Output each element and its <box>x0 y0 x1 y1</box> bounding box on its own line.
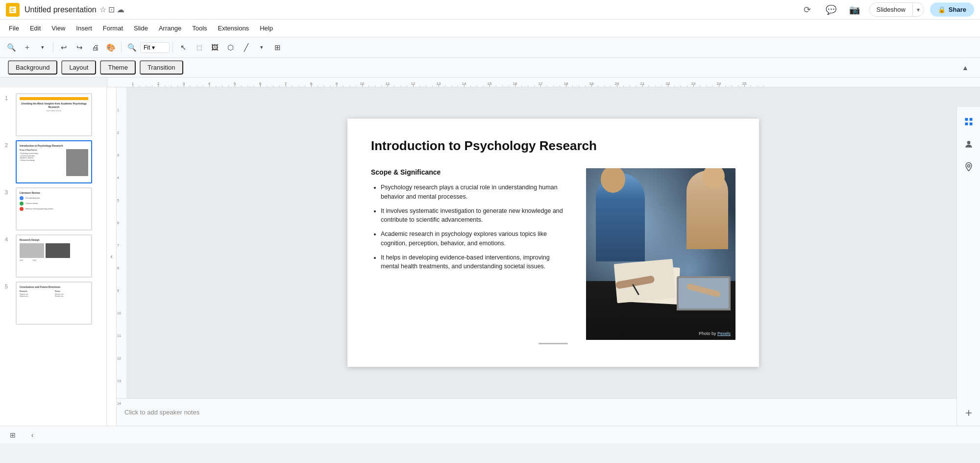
horizontal-ruler: // Will be rendered by ticks below 12345… <box>107 77 980 87</box>
slide-progress <box>371 340 735 347</box>
slide-item-1[interactable]: 1 Unveiling the Mind: Insights from Acad… <box>0 91 106 138</box>
slide-text-column: Scope & Significance Psychology research… <box>371 168 566 276</box>
zoom-select[interactable]: Fit ▾ <box>140 42 170 53</box>
select-frame-button[interactable]: ⬚ <box>192 40 206 55</box>
progress-indicator <box>539 343 568 344</box>
slide-thumb-2[interactable]: Introduction to Psychology Research Scop… <box>16 140 92 183</box>
star-icon[interactable]: ☆ <box>99 5 106 14</box>
slide-main-content[interactable]: Introduction to Psychology Research Scop… <box>347 119 759 367</box>
slide-heading: Introduction to Psychology Research <box>371 138 735 154</box>
undo-button[interactable]: ↩ <box>56 40 71 55</box>
menu-arrange[interactable]: Arrange <box>154 23 186 34</box>
slide-num-3: 3 <box>5 187 12 195</box>
background-button[interactable]: Background <box>8 60 57 75</box>
slide-num-5: 5 <box>5 282 12 289</box>
slideshow-label[interactable]: Slideshow <box>870 3 913 16</box>
layout-button[interactable]: Layout <box>61 60 96 75</box>
search-button[interactable]: 🔍 <box>4 40 19 55</box>
doc-title[interactable]: Untitled presentation <box>24 5 97 14</box>
slide-item-4[interactable]: 4 Research Design Col 1 Col 2 <box>0 232 106 280</box>
bullet-list: Psychology research plays a crucial role… <box>371 183 566 271</box>
svg-rect-6 <box>969 118 972 121</box>
app-icon <box>6 3 20 17</box>
slide-thumb-5[interactable]: Conclusions and Future Directions Resear… <box>16 282 92 325</box>
slide-thumb-1[interactable]: Unveiling the Mind: Insights from Academ… <box>16 93 92 136</box>
theme-button[interactable]: Theme <box>100 60 135 75</box>
print-button[interactable]: 🖨 <box>88 40 102 55</box>
menu-file[interactable]: File <box>4 23 24 34</box>
tasks-sidebar-icon[interactable] <box>960 113 978 130</box>
video-icon[interactable]: 📷 <box>846 1 863 19</box>
slide-item-3[interactable]: 3 Literature Review First subheading top… <box>0 185 106 232</box>
menu-edit[interactable]: Edit <box>25 23 46 34</box>
select-tool[interactable]: ↖ <box>176 40 191 55</box>
collapse-panel-button[interactable]: ‹ <box>25 428 39 442</box>
speaker-notes-placeholder[interactable]: Click to add speaker notes <box>124 409 199 416</box>
header-right: ⟳ 💬 📷 Slideshow ▾ 🔒 Share <box>799 1 974 19</box>
menu-tools[interactable]: Tools <box>187 23 212 34</box>
zoom-icon[interactable]: 🔍 <box>124 40 139 55</box>
slide-image-column: Photo by Pexels <box>586 168 735 340</box>
slide-num-1: 1 <box>5 93 12 101</box>
canvas-area: 1234567891011121314 Introduction to Psyc… <box>117 87 980 426</box>
line-button[interactable]: ╱ <box>239 40 253 55</box>
menu-slide[interactable]: Slide <box>129 23 153 34</box>
divider1 <box>53 43 53 52</box>
photo-source-link[interactable]: Pexels <box>717 331 731 336</box>
contacts-sidebar-icon[interactable] <box>960 135 978 153</box>
speaker-notes[interactable]: Click to add speaker notes ⤢ <box>117 398 980 426</box>
redo-button[interactable]: ↪ <box>72 40 87 55</box>
share-button[interactable]: 🔒 Share <box>930 2 974 17</box>
photo-by-text: Photo by <box>699 331 717 336</box>
menu-format[interactable]: Format <box>98 23 128 34</box>
vertical-ruler: 1234567891011121314 <box>117 87 126 398</box>
folder-icon[interactable]: ⊡ <box>108 5 115 14</box>
zoom-select-arrow: ▾ <box>152 44 155 51</box>
bullet-4: It helps in developing evidence-based in… <box>381 253 566 272</box>
slide-thumb-3[interactable]: Literature Review First subheading topic… <box>16 187 92 231</box>
lock-icon: 🔒 <box>938 6 946 13</box>
image-button[interactable]: 🖼 <box>207 40 222 55</box>
bullet-3: Academic research in psychology explores… <box>381 230 566 248</box>
slide-panel: 1 Unveiling the Mind: Insights from Acad… <box>0 87 107 426</box>
slide-body: Scope & Significance Psychology research… <box>371 168 735 340</box>
cloud-icon[interactable]: ☁ <box>117 5 124 14</box>
slide-thumb-4[interactable]: Research Design Col 1 Col 2 <box>16 234 92 278</box>
collapse-toolbar-button[interactable]: ▲ <box>958 61 972 75</box>
maps-sidebar-icon[interactable] <box>960 158 978 176</box>
paint-format-button[interactable]: 🎨 <box>103 40 118 55</box>
grid-view-button[interactable]: ⊞ <box>6 428 20 442</box>
menu-insert[interactable]: Insert <box>71 23 97 34</box>
menu-extensions[interactable]: Extensions <box>213 23 254 34</box>
slide-item-2[interactable]: 2 Introduction to Psychology Research Sc… <box>0 138 106 185</box>
svg-point-10 <box>967 165 970 167</box>
zoom-dropdown-button[interactable]: ▾ <box>35 40 50 55</box>
slide-item-5[interactable]: 5 Conclusions and Future Directions Rese… <box>0 280 106 327</box>
slideshow-dropdown-icon[interactable]: ▾ <box>913 3 924 16</box>
slide-photo[interactable]: Photo by Pexels <box>586 168 735 340</box>
history-icon[interactable]: ⟳ <box>799 1 816 19</box>
add-sidebar-icon[interactable] <box>960 404 978 422</box>
canvas-inner: 1234567891011121314 Introduction to Psyc… <box>117 87 980 398</box>
text-button[interactable]: ⊞ <box>270 40 285 55</box>
main-area: 1 Unveiling the Mind: Insights from Acad… <box>0 87 980 426</box>
slide-num-4: 4 <box>5 234 12 242</box>
photo-background <box>586 168 735 340</box>
menu-help[interactable]: Help <box>255 23 278 34</box>
bullet-1: Psychology research plays a crucial role… <box>381 183 566 202</box>
slideshow-button[interactable]: Slideshow ▾ <box>869 2 924 17</box>
line-dropdown[interactable]: ▾ <box>254 40 269 55</box>
section-title: Scope & Significance <box>371 168 566 176</box>
format-toolbar: Background Layout Theme Transition ▲ <box>0 58 980 77</box>
share-label: Share <box>949 6 966 13</box>
comment-icon[interactable]: 💬 <box>822 1 840 19</box>
shapes-button[interactable]: ⬡ <box>223 40 238 55</box>
menubar: File Edit View Insert Format Slide Arran… <box>0 20 980 37</box>
panel-toggle-button[interactable]: ‹ <box>107 87 117 426</box>
slide-canvas[interactable]: Introduction to Psychology Research Scop… <box>126 87 980 398</box>
transition-button[interactable]: Transition <box>140 60 183 75</box>
menu-view[interactable]: View <box>47 23 70 34</box>
divider2 <box>121 43 122 52</box>
svg-rect-7 <box>965 123 968 126</box>
zoom-in-button[interactable]: ＋ <box>20 40 34 55</box>
